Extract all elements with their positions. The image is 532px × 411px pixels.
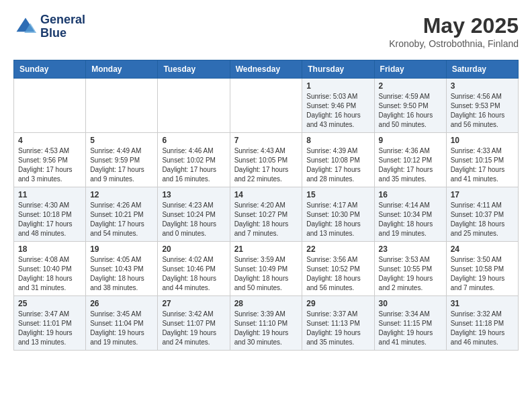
calendar-cell: 6Sunrise: 4:46 AM Sunset: 10:02 PM Dayli… <box>158 133 230 187</box>
title-block: May 2025 Kronoby, Ostrobothnia, Finland <box>389 13 519 49</box>
calendar-cell <box>14 79 86 133</box>
day-number: 27 <box>162 299 225 308</box>
calendar-week-1: 1Sunrise: 5:03 AM Sunset: 9:46 PM Daylig… <box>14 79 519 133</box>
day-number: 22 <box>306 244 369 254</box>
day-info: Sunrise: 4:39 AM Sunset: 10:08 PM Daylig… <box>306 146 369 184</box>
day-info: Sunrise: 4:30 AM Sunset: 10:18 PM Daylig… <box>18 201 81 238</box>
weekday-header-saturday: Saturday <box>446 60 518 79</box>
day-info: Sunrise: 4:53 AM Sunset: 9:56 PM Dayligh… <box>18 146 81 184</box>
calendar-cell: 23Sunrise: 3:53 AM Sunset: 10:55 PM Dayl… <box>374 242 446 296</box>
calendar-cell: 27Sunrise: 3:42 AM Sunset: 11:07 PM Dayl… <box>158 296 230 351</box>
calendar-cell: 20Sunrise: 4:02 AM Sunset: 10:46 PM Dayl… <box>158 242 230 296</box>
calendar-cell <box>230 79 302 133</box>
day-number: 2 <box>379 81 442 91</box>
weekday-header-wednesday: Wednesday <box>230 60 302 79</box>
location: Kronoby, Ostrobothnia, Finland <box>389 38 519 49</box>
day-info: Sunrise: 4:26 AM Sunset: 10:21 PM Daylig… <box>90 201 153 238</box>
day-number: 4 <box>18 136 81 145</box>
day-info: Sunrise: 4:36 AM Sunset: 10:12 PM Daylig… <box>379 146 442 184</box>
day-info: Sunrise: 4:11 AM Sunset: 10:37 PM Daylig… <box>451 201 514 238</box>
day-number: 24 <box>451 244 514 254</box>
weekday-header-thursday: Thursday <box>302 60 374 79</box>
day-number: 25 <box>18 299 81 308</box>
day-number: 20 <box>162 244 225 254</box>
day-info: Sunrise: 3:39 AM Sunset: 11:10 PM Daylig… <box>234 310 298 347</box>
weekday-header-monday: Monday <box>86 60 158 79</box>
day-info: Sunrise: 3:42 AM Sunset: 11:07 PM Daylig… <box>162 310 225 347</box>
calendar-cell: 11Sunrise: 4:30 AM Sunset: 10:18 PM Dayl… <box>14 187 86 242</box>
day-number: 3 <box>451 81 514 91</box>
day-info: Sunrise: 3:59 AM Sunset: 10:49 PM Daylig… <box>234 255 298 293</box>
calendar-cell: 8Sunrise: 4:39 AM Sunset: 10:08 PM Dayli… <box>302 133 374 187</box>
calendar-week-5: 25Sunrise: 3:47 AM Sunset: 11:01 PM Dayl… <box>14 296 519 351</box>
calendar-cell: 15Sunrise: 4:17 AM Sunset: 10:30 PM Dayl… <box>302 187 374 242</box>
day-number: 15 <box>306 190 369 199</box>
calendar-cell: 4Sunrise: 4:53 AM Sunset: 9:56 PM Daylig… <box>14 133 86 187</box>
day-info: Sunrise: 3:50 AM Sunset: 10:58 PM Daylig… <box>451 255 514 293</box>
calendar-cell: 31Sunrise: 3:32 AM Sunset: 11:18 PM Dayl… <box>446 296 518 351</box>
day-number: 23 <box>379 244 442 254</box>
calendar-cell: 21Sunrise: 3:59 AM Sunset: 10:49 PM Dayl… <box>230 242 302 296</box>
day-number: 26 <box>90 299 153 308</box>
day-info: Sunrise: 4:56 AM Sunset: 9:53 PM Dayligh… <box>451 92 514 130</box>
day-number: 1 <box>306 81 369 91</box>
calendar-cell: 9Sunrise: 4:36 AM Sunset: 10:12 PM Dayli… <box>374 133 446 187</box>
day-number: 31 <box>451 299 514 308</box>
day-info: Sunrise: 4:46 AM Sunset: 10:02 PM Daylig… <box>162 146 225 184</box>
day-number: 29 <box>306 299 369 308</box>
calendar-cell: 25Sunrise: 3:47 AM Sunset: 11:01 PM Dayl… <box>14 296 86 351</box>
day-info: Sunrise: 4:05 AM Sunset: 10:43 PM Daylig… <box>90 255 153 293</box>
weekday-header-tuesday: Tuesday <box>158 60 230 79</box>
day-number: 10 <box>451 136 514 145</box>
calendar-cell: 7Sunrise: 4:43 AM Sunset: 10:05 PM Dayli… <box>230 133 302 187</box>
day-number: 18 <box>18 244 81 254</box>
day-number: 28 <box>234 299 298 308</box>
logo-text: General Blue <box>40 13 85 40</box>
day-info: Sunrise: 4:43 AM Sunset: 10:05 PM Daylig… <box>234 146 298 184</box>
day-info: Sunrise: 4:20 AM Sunset: 10:27 PM Daylig… <box>234 201 298 238</box>
day-info: Sunrise: 3:47 AM Sunset: 11:01 PM Daylig… <box>18 310 81 347</box>
calendar-cell: 5Sunrise: 4:49 AM Sunset: 9:59 PM Daylig… <box>86 133 158 187</box>
day-number: 8 <box>306 136 369 145</box>
calendar-table: SundayMondayTuesdayWednesdayThursdayFrid… <box>13 60 519 351</box>
calendar-week-2: 4Sunrise: 4:53 AM Sunset: 9:56 PM Daylig… <box>14 133 519 187</box>
day-info: Sunrise: 4:49 AM Sunset: 9:59 PM Dayligh… <box>90 146 153 184</box>
day-info: Sunrise: 4:23 AM Sunset: 10:24 PM Daylig… <box>162 201 225 238</box>
weekday-header-friday: Friday <box>374 60 446 79</box>
day-number: 17 <box>451 190 514 199</box>
day-number: 7 <box>234 136 298 145</box>
day-number: 19 <box>90 244 153 254</box>
calendar-cell: 13Sunrise: 4:23 AM Sunset: 10:24 PM Dayl… <box>158 187 230 242</box>
calendar-week-3: 11Sunrise: 4:30 AM Sunset: 10:18 PM Dayl… <box>14 187 519 242</box>
calendar-cell: 2Sunrise: 4:59 AM Sunset: 9:50 PM Daylig… <box>374 79 446 133</box>
day-info: Sunrise: 3:34 AM Sunset: 11:15 PM Daylig… <box>379 310 442 347</box>
calendar-week-4: 18Sunrise: 4:08 AM Sunset: 10:40 PM Dayl… <box>14 242 519 296</box>
month-title: May 2025 <box>389 13 519 38</box>
calendar-cell <box>86 79 158 133</box>
calendar-cell: 16Sunrise: 4:14 AM Sunset: 10:34 PM Dayl… <box>374 187 446 242</box>
day-number: 30 <box>379 299 442 308</box>
day-number: 9 <box>379 136 442 145</box>
day-info: Sunrise: 3:37 AM Sunset: 11:13 PM Daylig… <box>306 310 369 347</box>
day-info: Sunrise: 3:32 AM Sunset: 11:18 PM Daylig… <box>451 310 514 347</box>
calendar-cell: 1Sunrise: 5:03 AM Sunset: 9:46 PM Daylig… <box>302 79 374 133</box>
calendar-cell: 10Sunrise: 4:33 AM Sunset: 10:15 PM Dayl… <box>446 133 518 187</box>
calendar-cell: 18Sunrise: 4:08 AM Sunset: 10:40 PM Dayl… <box>14 242 86 296</box>
calendar-cell: 22Sunrise: 3:56 AM Sunset: 10:52 PM Dayl… <box>302 242 374 296</box>
page-header: General Blue May 2025 Kronoby, Ostroboth… <box>13 13 519 49</box>
day-info: Sunrise: 3:56 AM Sunset: 10:52 PM Daylig… <box>306 255 369 293</box>
day-info: Sunrise: 4:17 AM Sunset: 10:30 PM Daylig… <box>306 201 369 238</box>
day-number: 11 <box>18 190 81 199</box>
day-info: Sunrise: 4:02 AM Sunset: 10:46 PM Daylig… <box>162 255 225 293</box>
calendar-cell: 3Sunrise: 4:56 AM Sunset: 9:53 PM Daylig… <box>446 79 518 133</box>
calendar-cell: 30Sunrise: 3:34 AM Sunset: 11:15 PM Dayl… <box>374 296 446 351</box>
calendar-cell: 14Sunrise: 4:20 AM Sunset: 10:27 PM Dayl… <box>230 187 302 242</box>
day-info: Sunrise: 4:59 AM Sunset: 9:50 PM Dayligh… <box>379 92 442 130</box>
logo: General Blue <box>13 13 85 40</box>
calendar-cell: 26Sunrise: 3:45 AM Sunset: 11:04 PM Dayl… <box>86 296 158 351</box>
calendar-cell: 24Sunrise: 3:50 AM Sunset: 10:58 PM Dayl… <box>446 242 518 296</box>
day-number: 14 <box>234 190 298 199</box>
day-info: Sunrise: 3:53 AM Sunset: 10:55 PM Daylig… <box>379 255 442 293</box>
day-number: 12 <box>90 190 153 199</box>
day-number: 5 <box>90 136 153 145</box>
